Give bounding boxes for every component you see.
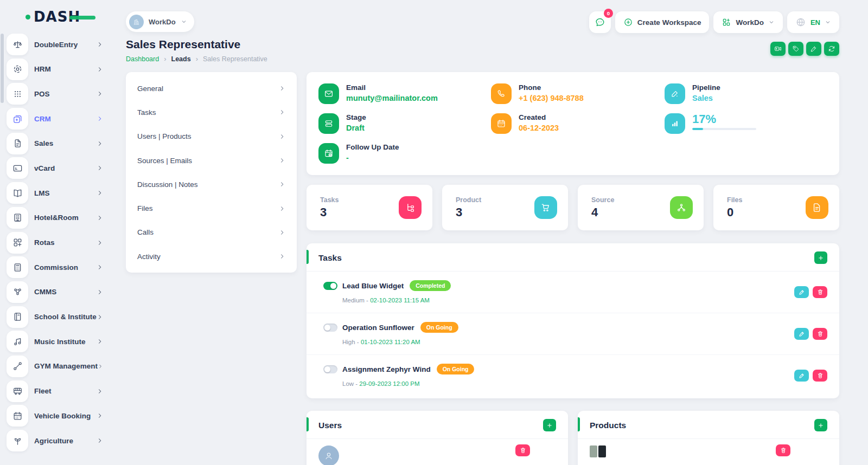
stat-source-value: 4 — [591, 205, 614, 219]
language-label: EN — [810, 18, 820, 27]
call-lead-button[interactable] — [770, 42, 786, 56]
add-product-button[interactable] — [814, 419, 827, 431]
sidebar-item-label: Fleet — [34, 387, 52, 395]
subnav-item[interactable]: General — [126, 76, 297, 100]
sidebar: DASH DoubleEntry HRM — [0, 0, 126, 465]
task-priority: Medium - — [342, 297, 370, 303]
sidebar-item[interactable]: GYM Management — [7, 356, 103, 377]
add-user-button[interactable] — [543, 419, 556, 431]
lead-subnav: General Tasks Users | Products Sources |… — [126, 72, 297, 273]
sidebar-item-label: DoubleEntry — [34, 41, 78, 49]
notebook-icon — [7, 306, 28, 328]
chevron-right-icon — [279, 157, 285, 164]
sidebar-item[interactable]: Fleet — [7, 380, 103, 402]
subnav-item[interactable]: Discussion | Notes — [126, 172, 297, 196]
trash-icon — [817, 372, 824, 379]
subnav-item-label: Activity — [137, 253, 161, 261]
workspace-switcher[interactable]: WorkDo — [126, 11, 194, 32]
crm-icon — [7, 108, 28, 130]
workspace-menu[interactable]: WorkDo — [713, 11, 783, 33]
nodes-icon — [7, 281, 28, 303]
task-row: Lead Blue Widget Completed Medium - 02-1… — [307, 272, 839, 313]
lead-created: Created 06-12-2023 — [491, 113, 665, 134]
task-name: Operation Sunflower — [342, 324, 414, 332]
sidebar-item[interactable]: POS — [7, 83, 103, 105]
create-workspace-button[interactable]: Create Workspace — [615, 11, 710, 33]
lead-follow-up: Follow Up Date - — [318, 143, 491, 164]
delete-task-button[interactable] — [813, 370, 827, 382]
sidebar-item[interactable]: Hotel&Room — [7, 207, 103, 229]
cart-icon — [534, 196, 557, 219]
tasks-title: Tasks — [318, 253, 342, 263]
edit-lead-button[interactable] — [806, 42, 821, 56]
edit-task-button[interactable] — [794, 370, 809, 382]
sidebar-item[interactable]: vCard — [7, 157, 103, 179]
sidebar-item[interactable]: School & Institute — [7, 306, 103, 328]
tasks-card-header: Tasks — [307, 243, 839, 272]
sidebar-item[interactable]: Vehicle Booking — [7, 405, 103, 427]
sidebar-item[interactable]: Music Institute — [7, 331, 103, 352]
lead-follow-up-value: - — [346, 153, 399, 162]
task-toggle[interactable] — [323, 282, 337, 290]
sidebar-item[interactable]: Agriculture — [7, 430, 103, 451]
sidebar-item[interactable]: CRM — [7, 108, 103, 130]
subnav-item[interactable]: Files — [126, 196, 297, 220]
stats-row: Tasks 3 Product 3 Source 4 — [307, 185, 839, 230]
logo-bar — [69, 16, 95, 20]
subnav-item[interactable]: Sources | Emails — [126, 148, 297, 172]
user-row — [307, 439, 568, 465]
sidebar-item-label: School & Institute — [34, 313, 97, 321]
chevron-right-icon — [279, 85, 285, 92]
subnav-item[interactable]: Calls — [126, 221, 297, 244]
lead-email-value: munuty@mailinator.com — [346, 94, 438, 102]
edit-task-button[interactable] — [794, 286, 809, 298]
delete-task-button[interactable] — [813, 286, 827, 298]
labels-button[interactable] — [788, 42, 803, 56]
video-plus-icon — [774, 45, 782, 53]
add-task-button[interactable] — [814, 251, 827, 264]
stack-icon — [318, 113, 339, 134]
sidebar-item[interactable]: HRM — [7, 59, 103, 80]
remove-user-button[interactable] — [515, 444, 530, 456]
phone-icon — [491, 83, 512, 104]
breadcrumb-leads[interactable]: Leads — [171, 55, 191, 63]
globe-icon — [795, 17, 806, 28]
subnav-item[interactable]: Users | Products — [126, 125, 297, 148]
chevron-right-icon — [97, 140, 103, 147]
task-toggle[interactable] — [323, 324, 337, 332]
messages-button[interactable]: 0 — [589, 11, 611, 33]
task-name: Lead Blue Widget — [342, 282, 404, 290]
edit-task-button[interactable] — [794, 328, 809, 340]
sidebar-item[interactable]: CMMS — [7, 281, 103, 303]
sidebar-item[interactable]: Commission — [7, 256, 103, 278]
stat-files: Files 0 — [713, 185, 839, 230]
sidebar-item[interactable]: Rotas — [7, 232, 103, 254]
lead-pipeline: Pipeline Sales — [665, 83, 827, 104]
task-meta: Medium - 02-10-2023 11:15 AM — [342, 297, 774, 303]
chevron-right-icon — [279, 109, 285, 115]
breadcrumb-separator: › — [196, 55, 198, 63]
language-menu[interactable]: EN — [787, 11, 839, 33]
convert-lead-button[interactable] — [824, 42, 839, 56]
sidebar-item[interactable]: Sales — [7, 133, 103, 154]
convert-icon — [828, 45, 835, 53]
stat-product-value: 3 — [456, 205, 481, 219]
chevron-right-icon — [97, 314, 103, 320]
sidebar-item[interactable]: LMS — [7, 182, 103, 204]
remove-product-button[interactable] — [776, 444, 790, 456]
stat-files-value: 0 — [727, 205, 743, 219]
create-workspace-label: Create Workspace — [637, 18, 701, 27]
chevron-down-icon — [825, 19, 831, 25]
subnav-item[interactable]: Activity — [126, 244, 297, 268]
subnav-item[interactable]: Tasks — [126, 100, 297, 124]
chevron-right-icon — [97, 412, 103, 419]
plus-icon — [818, 255, 824, 261]
stat-source: Source 4 — [578, 185, 704, 230]
grid-dots-icon — [7, 83, 28, 105]
sidebar-item[interactable]: DoubleEntry — [7, 34, 103, 55]
task-toggle[interactable] — [323, 365, 337, 373]
delete-task-button[interactable] — [813, 328, 827, 340]
breadcrumb-dashboard[interactable]: Dashboard — [126, 55, 159, 63]
brand-logo[interactable]: DASH — [25, 10, 80, 24]
plus-circle-icon — [623, 17, 633, 27]
